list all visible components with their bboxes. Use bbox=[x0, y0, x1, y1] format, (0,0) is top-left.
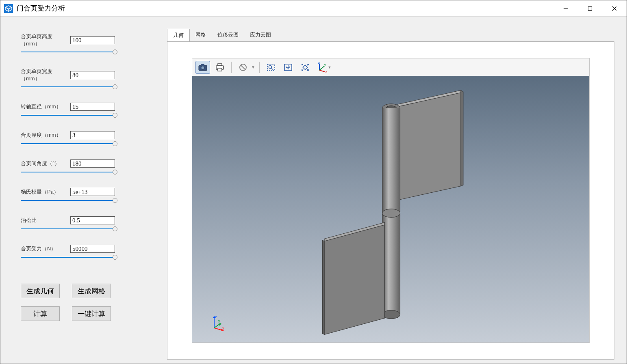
svg-point-30 bbox=[382, 209, 400, 218]
param-label: 杨氏模量（Pa） bbox=[21, 188, 70, 196]
tab-geometry[interactable]: 几何 bbox=[167, 29, 190, 41]
viewport: ▼ zxy bbox=[192, 58, 590, 343]
param-poisson-ratio: 泊松比 bbox=[21, 216, 151, 231]
dropdown-arrow-icon[interactable]: ▼ bbox=[251, 65, 255, 69]
view-tabs: 几何 网格 位移云图 应力云图 bbox=[167, 29, 614, 41]
param-label: 合页间角度（°） bbox=[21, 160, 70, 167]
tab-stress[interactable]: 应力云图 bbox=[244, 29, 277, 41]
param-youngs-modulus: 杨氏模量（Pa） bbox=[21, 188, 151, 202]
no-symbol-icon[interactable] bbox=[236, 61, 250, 74]
generate-mesh-button[interactable]: 生成网格 bbox=[72, 284, 111, 298]
param-thickness: 合页厚度（mm） bbox=[21, 131, 151, 146]
viewport-container: ▼ zxy bbox=[167, 41, 614, 360]
camera-icon[interactable] bbox=[195, 61, 210, 74]
svg-text:z: z bbox=[318, 62, 320, 65]
param-angle: 合页间角度（°） bbox=[21, 159, 151, 174]
svg-marker-42 bbox=[218, 323, 221, 326]
slider-youngs-modulus[interactable] bbox=[21, 198, 115, 202]
slider-force[interactable] bbox=[21, 255, 115, 259]
viewport-toolbar: ▼ zxy bbox=[192, 58, 589, 76]
slider-poisson-ratio[interactable] bbox=[21, 227, 115, 231]
slider-leaf-height[interactable] bbox=[21, 50, 115, 54]
svg-rect-18 bbox=[303, 65, 307, 69]
parameter-sidebar: 合页单页高度（mm） 合页单页宽度（mm） bbox=[4, 21, 167, 360]
hinge-model bbox=[192, 76, 589, 342]
param-input-youngs-modulus[interactable] bbox=[70, 188, 115, 196]
content-area: 合页单页高度（mm） 合页单页宽度（mm） bbox=[0, 17, 627, 364]
fit-view-icon[interactable] bbox=[281, 61, 295, 74]
param-label: 合页单页高度（mm） bbox=[21, 33, 70, 47]
param-label: 合页厚度（mm） bbox=[21, 131, 70, 139]
window-title: 门合页受力分析 bbox=[17, 4, 65, 13]
slider-thickness[interactable] bbox=[21, 142, 115, 146]
slider-angle[interactable] bbox=[21, 170, 115, 174]
svg-rect-2 bbox=[588, 6, 592, 10]
zoom-extents-icon[interactable] bbox=[298, 61, 312, 74]
svg-marker-32 bbox=[324, 225, 384, 334]
close-button[interactable] bbox=[602, 0, 627, 17]
tab-displacement[interactable]: 位移云图 bbox=[212, 29, 244, 41]
titlebar: 门合页受力分析 bbox=[0, 0, 627, 17]
zoom-area-icon[interactable] bbox=[264, 61, 278, 74]
param-label: 合页单页宽度（mm） bbox=[21, 68, 70, 82]
svg-line-16 bbox=[271, 68, 273, 70]
app-window: 门合页受力分析 合页单页高度（mm） bbox=[0, 0, 627, 364]
slider-leaf-width[interactable] bbox=[21, 85, 115, 89]
svg-marker-25 bbox=[398, 93, 461, 200]
param-axis-diameter: 转轴直径（mm） bbox=[21, 103, 151, 117]
param-input-leaf-width[interactable] bbox=[70, 71, 115, 79]
calculate-button[interactable]: 计算 bbox=[21, 306, 60, 321]
param-leaf-width: 合页单页宽度（mm） bbox=[21, 68, 151, 89]
svg-text:y: y bbox=[218, 319, 220, 323]
svg-line-23 bbox=[319, 66, 324, 70]
svg-rect-14 bbox=[267, 64, 275, 71]
svg-marker-27 bbox=[461, 90, 463, 186]
main-area: 几何 网格 位移云图 应力云图 bbox=[167, 21, 623, 360]
generate-geometry-button[interactable]: 生成几何 bbox=[21, 284, 60, 298]
axis-gizmo: z x y bbox=[209, 315, 226, 331]
svg-text:z: z bbox=[215, 315, 217, 319]
axes-icon[interactable]: zxy ▼ bbox=[315, 61, 332, 74]
svg-text:x: x bbox=[222, 326, 224, 330]
window-controls bbox=[553, 0, 627, 17]
svg-marker-34 bbox=[322, 240, 324, 334]
param-input-axis-diameter[interactable] bbox=[70, 103, 115, 111]
param-input-thickness[interactable] bbox=[70, 131, 115, 139]
param-label: 泊松比 bbox=[21, 217, 70, 224]
svg-point-8 bbox=[202, 67, 204, 69]
maximize-button[interactable] bbox=[578, 0, 602, 17]
print-icon[interactable] bbox=[213, 61, 227, 74]
param-leaf-height: 合页单页高度（mm） bbox=[21, 33, 151, 54]
svg-text:y: y bbox=[324, 63, 326, 67]
param-input-force[interactable] bbox=[70, 245, 115, 253]
param-label: 转轴直径（mm） bbox=[21, 103, 70, 110]
param-force: 合页受力（N） bbox=[21, 245, 151, 259]
svg-rect-11 bbox=[218, 68, 222, 71]
svg-line-21 bbox=[319, 70, 325, 72]
svg-rect-6 bbox=[201, 64, 204, 66]
param-label: 合页受力（N） bbox=[21, 245, 70, 252]
svg-text:x: x bbox=[325, 70, 327, 73]
param-input-poisson-ratio[interactable] bbox=[70, 216, 115, 224]
one-click-calculate-button[interactable]: 一键计算 bbox=[72, 306, 111, 321]
slider-axis-diameter[interactable] bbox=[21, 113, 115, 117]
svg-line-13 bbox=[241, 65, 245, 69]
app-icon bbox=[4, 4, 13, 13]
svg-point-31 bbox=[382, 310, 400, 319]
svg-rect-10 bbox=[218, 64, 222, 66]
svg-point-15 bbox=[269, 65, 271, 68]
param-input-leaf-height[interactable] bbox=[70, 36, 115, 44]
param-input-angle[interactable] bbox=[70, 159, 115, 168]
viewport-canvas[interactable]: z x y bbox=[192, 76, 589, 342]
minimize-button[interactable] bbox=[553, 0, 578, 17]
svg-line-38 bbox=[214, 328, 222, 330]
tab-mesh[interactable]: 网格 bbox=[190, 29, 212, 41]
